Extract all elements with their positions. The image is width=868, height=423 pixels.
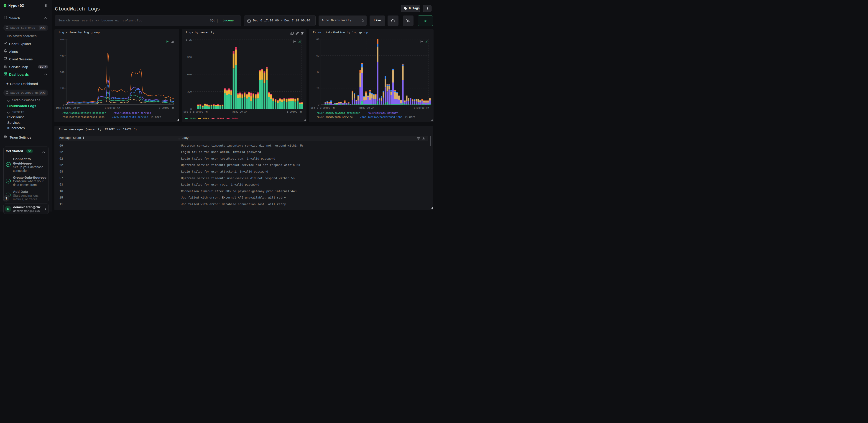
svg-text:20: 20 [316,87,319,90]
svg-text:5:30:00 PM: 5:30:00 PM [159,107,174,109]
svg-text:0: 0 [190,108,192,111]
svg-text:900: 900 [187,56,192,59]
svg-text:0: 0 [318,104,319,106]
svg-text:300: 300 [60,71,64,74]
svg-text:600: 600 [60,38,64,41]
svg-text:3:30:00 AM: 3:30:00 AM [232,111,247,113]
svg-text:450: 450 [60,54,64,57]
svg-text:0: 0 [63,104,64,106]
svg-text:Dec 6 5:00:00 PM: Dec 6 5:00:00 PM [184,111,208,113]
svg-text:300: 300 [187,90,192,93]
svg-text:40: 40 [316,70,319,74]
svg-text:5:30:00 PM: 5:30:00 PM [286,111,302,113]
svg-text:80: 80 [316,38,319,41]
svg-text:3:30:00 AM: 3:30:00 AM [359,107,374,109]
svg-text:600: 600 [187,73,192,76]
svg-text:60: 60 [316,54,319,57]
svg-text:150: 150 [60,87,64,90]
svg-text:Dec 6 5:00:00 PM: Dec 6 5:00:00 PM [56,107,81,109]
svg-text:1.2K: 1.2K [186,38,192,41]
svg-text:Dec 6 5:00:00 PM: Dec 6 5:00:00 PM [311,107,335,109]
svg-text:3:30:00 AM: 3:30:00 AM [105,107,120,109]
svg-text:5:30:00 PM: 5:30:00 PM [414,107,429,109]
